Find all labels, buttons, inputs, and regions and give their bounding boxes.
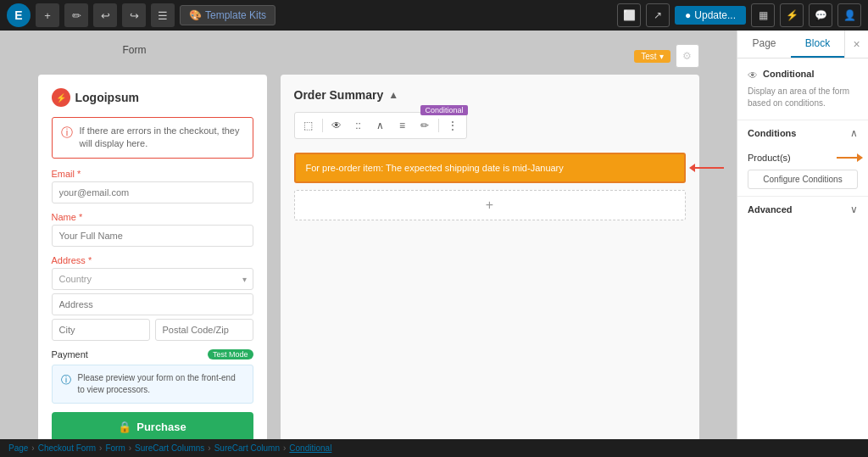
template-kits-button[interactable]: 🎨 Template Kits — [180, 5, 275, 25]
logo-text: Logoipsum — [75, 91, 139, 104]
update-icon: ● — [685, 9, 691, 21]
breadcrumb-sep-3: › — [129, 443, 131, 453]
form-label: Form — [123, 44, 147, 56]
order-summary-header[interactable]: Order Summary ▲ — [294, 88, 686, 102]
align-icon[interactable]: ≡ — [392, 115, 413, 136]
breadcrumb-page[interactable]: Page — [8, 443, 28, 453]
close-sidebar-button[interactable]: × — [844, 31, 868, 58]
name-input[interactable] — [52, 225, 253, 247]
menu-button[interactable]: ☰ — [151, 3, 175, 27]
select-chevron-icon: ▾ — [242, 274, 247, 283]
chevron-down-icon: ▾ — [659, 52, 664, 61]
up-icon[interactable]: ∧ — [370, 115, 391, 136]
undo-button[interactable]: ↩ — [93, 3, 117, 27]
left-form-panel: ⚡ Logoipsum ⓘ If there are errors in the… — [38, 75, 267, 455]
user-icon[interactable]: 👤 — [837, 3, 861, 27]
more-icon[interactable]: ⋮ — [442, 115, 463, 136]
add-block-button[interactable]: + — [294, 190, 686, 220]
sidebar-tabs: Page Block × — [737, 31, 868, 59]
email-label: Email * — [52, 169, 253, 179]
address-label: Address * — [52, 255, 253, 265]
canvas-area: Form Test ▾ ⚙ ⚡ Logoipsum — [0, 31, 737, 457]
responsive-icon[interactable]: ⬜ — [617, 3, 641, 27]
logo-icon: ⚡ — [52, 88, 70, 107]
edit-icon[interactable]: ✏ — [415, 115, 435, 136]
logo-area: ⚡ Logoipsum — [52, 88, 253, 107]
update-button[interactable]: ● Update... — [675, 6, 746, 25]
product-row: Product(s) — [748, 153, 858, 163]
toolbar-divider-1 — [322, 119, 323, 132]
breadcrumb-sep-2: › — [99, 443, 102, 453]
conditions-chevron-icon[interactable]: ∧ — [850, 127, 858, 139]
breadcrumb-surecart-column[interactable]: SureCart Column — [214, 443, 280, 453]
email-field-group: Email * — [52, 169, 253, 203]
advanced-title: Advanced — [748, 204, 793, 215]
address-field-group: Address * Country ▾ — [52, 255, 253, 341]
add-element-button[interactable]: + — [36, 3, 59, 27]
external-link-icon[interactable]: ↗ — [646, 3, 670, 27]
name-label: Name * — [52, 212, 253, 222]
product-arrow-annotation — [837, 157, 858, 159]
advanced-chevron-icon[interactable]: ∨ — [850, 203, 858, 215]
payment-info-text: Please preview your form on the front-en… — [78, 372, 244, 396]
breadcrumb-form[interactable]: Form — [105, 443, 125, 453]
redo-button[interactable]: ↪ — [122, 3, 146, 27]
conditions-body: Product(s) Configure Conditions — [737, 146, 868, 196]
email-input[interactable] — [52, 181, 253, 203]
error-box: ⓘ If there are errors in the checkout, t… — [52, 117, 253, 159]
chat-icon[interactable]: 💬 — [809, 3, 832, 27]
breadcrumb-sep-5: › — [283, 443, 286, 453]
name-field-group: Name * — [52, 212, 253, 247]
tab-page[interactable]: Page — [737, 31, 791, 58]
address-input[interactable] — [52, 293, 253, 315]
toolbar-divider-2 — [438, 119, 439, 132]
arrow-line — [694, 167, 724, 169]
product-label: Product(s) — [748, 153, 791, 163]
right-arrow-annotation — [694, 167, 724, 169]
error-text: If there are errors in the checkout, the… — [80, 125, 244, 151]
elementor-logo[interactable]: E — [7, 3, 31, 27]
block-toolbar-wrapper: ⬚ 👁 :: ∧ ≡ ✏ ⋮ Conditional — [294, 112, 467, 146]
block-icon[interactable]: ⬚ — [298, 115, 319, 136]
conditional-header: 👁 Conditional — [748, 69, 858, 82]
payment-header: Payment Test Mode — [52, 349, 253, 359]
postal-input[interactable] — [155, 319, 253, 341]
template-kits-icon: 🎨 — [189, 9, 202, 21]
breadcrumb-conditional[interactable]: Conditional — [289, 443, 331, 453]
breadcrumb-sep-1: › — [31, 443, 34, 453]
grid-icon[interactable]: ▦ — [751, 3, 775, 27]
country-select[interactable]: Country — [52, 268, 253, 290]
tab-block[interactable]: Block — [791, 31, 844, 58]
conditions-header: Conditions ∧ — [737, 120, 868, 146]
conditional-title: Conditional — [763, 69, 815, 79]
topbar: E + ✏ ↩ ↪ ☰ 🎨 Template Kits ⬜ ↗ ● Update… — [0, 0, 868, 31]
lock-icon: 🔒 — [118, 421, 131, 433]
payment-info-box: ⓘ Please preview your form on the front-… — [52, 365, 253, 404]
settings-icon-button[interactable]: ⚙ — [676, 44, 699, 68]
test-badge: Test ▾ — [634, 50, 670, 63]
conditional-description: Display an area of the form based on con… — [748, 86, 858, 109]
advanced-header: Advanced ∨ — [737, 196, 868, 222]
breadcrumb-surecart-columns[interactable]: SureCart Columns — [135, 443, 204, 453]
alert-box: For pre-order item: The expected shippin… — [294, 153, 686, 183]
breadcrumb-sep-4: › — [208, 443, 210, 453]
block-toolbar: ⬚ 👁 :: ∧ ≡ ✏ ⋮ — [294, 112, 467, 139]
product-arrow-head-icon — [857, 153, 863, 162]
purchase-button[interactable]: 🔒 Purchase — [52, 412, 253, 442]
city-input[interactable] — [52, 319, 150, 341]
visibility-icon[interactable]: 👁 — [326, 115, 347, 136]
error-circle-icon: ⓘ — [61, 125, 73, 141]
eye-icon: 👁 — [748, 70, 758, 81]
payment-label: Payment — [52, 349, 88, 359]
product-arrow-line — [837, 157, 858, 159]
conditions-title: Conditions — [748, 128, 796, 138]
configure-conditions-button[interactable]: Configure Conditions — [748, 170, 858, 189]
drag-icon[interactable]: :: — [348, 115, 369, 136]
city-postal-row — [52, 319, 253, 341]
right-sidebar: Page Block × 👁 Conditional Display an ar… — [737, 31, 868, 457]
arrow-head-icon — [689, 164, 695, 172]
breadcrumb-checkout-form[interactable]: Checkout Form — [38, 443, 96, 453]
lightning-icon[interactable]: ⚡ — [780, 3, 804, 27]
order-summary-panel: Order Summary ▲ ⬚ 👁 :: ∧ ≡ ✏ ⋮ — [281, 75, 699, 455]
pencil-button[interactable]: ✏ — [64, 3, 88, 27]
